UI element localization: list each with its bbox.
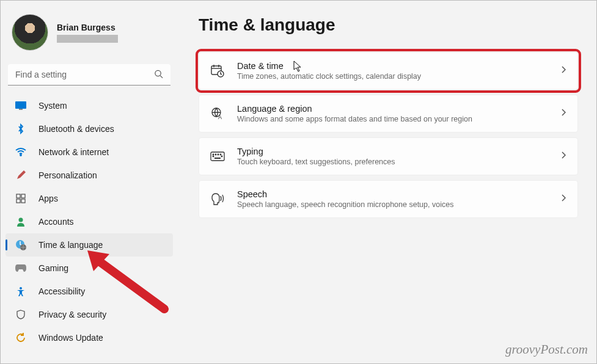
chevron-right-icon xyxy=(560,65,566,76)
sidebar-item-label: Time & language xyxy=(38,240,103,250)
svg-point-9 xyxy=(19,218,23,222)
svg-rect-5 xyxy=(16,194,20,198)
svg-rect-27 xyxy=(214,158,221,159)
svg-text:A: A xyxy=(218,114,222,120)
svg-rect-7 xyxy=(16,199,20,203)
card-title: Date & time xyxy=(237,61,548,71)
avatar xyxy=(12,14,48,51)
svg-rect-8 xyxy=(21,199,25,203)
svg-rect-6 xyxy=(21,194,25,198)
svg-point-22 xyxy=(215,154,216,155)
sidebar: Brian Burgess System Bluetooth & devices… xyxy=(1,1,178,363)
card-description: Speech language, speech recognition micr… xyxy=(237,200,548,209)
svg-point-23 xyxy=(218,154,219,155)
sidebar-item-windows-update[interactable]: Windows Update xyxy=(5,326,173,349)
search-box[interactable] xyxy=(8,64,170,86)
sidebar-item-label: System xyxy=(38,101,67,111)
sidebar-item-bluetooth[interactable]: Bluetooth & devices xyxy=(5,117,173,140)
card-description: Touch keyboard, text suggestions, prefer… xyxy=(237,158,548,166)
svg-point-4 xyxy=(20,155,21,156)
sidebar-item-gaming[interactable]: Gaming xyxy=(5,257,173,280)
svg-line-1 xyxy=(160,75,163,78)
profile[interactable]: Brian Burgess xyxy=(5,10,173,62)
settings-list: Date & time Time zones, automatic clock … xyxy=(199,52,578,220)
system-icon xyxy=(15,100,26,111)
card-title: Speech xyxy=(237,189,548,199)
chevron-right-icon xyxy=(560,151,566,162)
card-date-time[interactable]: Date & time Time zones, automatic clock … xyxy=(199,52,578,90)
card-description: Time zones, automatic clock settings, ca… xyxy=(237,72,548,81)
wifi-icon xyxy=(15,147,26,158)
svg-point-12 xyxy=(20,287,22,289)
keyboard-icon xyxy=(210,149,225,164)
search-icon xyxy=(154,69,163,81)
calendar-clock-icon xyxy=(210,64,225,78)
shield-icon xyxy=(15,309,26,320)
profile-email-redacted xyxy=(57,35,118,43)
sidebar-item-personalization[interactable]: Personalization xyxy=(5,164,173,187)
card-title: Language & region xyxy=(237,104,548,114)
profile-name: Brian Burgess xyxy=(57,23,118,32)
sidebar-item-apps[interactable]: Apps xyxy=(5,187,173,210)
sidebar-item-time-language[interactable]: Time & language xyxy=(5,233,173,257)
svg-point-25 xyxy=(213,156,214,157)
svg-rect-2 xyxy=(15,101,26,109)
sidebar-item-label: Gaming xyxy=(38,263,68,273)
sidebar-item-label: Apps xyxy=(38,194,58,203)
speech-head-icon xyxy=(210,192,225,206)
sidebar-item-label: Windows Update xyxy=(38,333,103,343)
chevron-right-icon xyxy=(560,194,566,205)
sidebar-item-system[interactable]: System xyxy=(5,94,173,117)
update-icon xyxy=(15,332,26,343)
sidebar-item-accessibility[interactable]: Accessibility xyxy=(5,280,173,303)
sidebar-item-privacy[interactable]: Privacy & security xyxy=(5,303,173,326)
card-typing[interactable]: Typing Touch keyboard, text suggestions,… xyxy=(199,137,578,175)
svg-rect-3 xyxy=(19,109,23,110)
apps-icon xyxy=(15,193,26,204)
brush-icon xyxy=(15,170,26,181)
sidebar-item-label: Personalization xyxy=(38,170,97,180)
accessibility-icon xyxy=(15,286,26,297)
sidebar-item-label: Network & internet xyxy=(38,147,109,157)
nav-list: System Bluetooth & devices Network & int… xyxy=(5,94,173,349)
watermark: groovyPost.com xyxy=(505,342,588,357)
sidebar-item-network[interactable]: Network & internet xyxy=(5,140,173,164)
sidebar-item-label: Accounts xyxy=(38,217,74,227)
sidebar-item-accounts[interactable]: Accounts xyxy=(5,210,173,233)
svg-point-26 xyxy=(221,156,222,157)
card-title: Typing xyxy=(237,147,548,156)
bluetooth-icon xyxy=(15,123,26,134)
sidebar-item-label: Accessibility xyxy=(38,286,85,296)
sidebar-item-label: Bluetooth & devices xyxy=(38,124,114,134)
main-panel: Time & language Date & time Time zones, … xyxy=(178,1,596,363)
card-speech[interactable]: Speech Speech language, speech recogniti… xyxy=(199,180,578,218)
sidebar-item-label: Privacy & security xyxy=(38,310,106,319)
page-title: Time & language xyxy=(199,15,578,35)
gamepad-icon xyxy=(15,263,26,274)
globe-text-icon: A xyxy=(210,106,225,121)
clock-globe-icon xyxy=(15,239,26,250)
card-description: Windows and some apps format dates and t… xyxy=(237,115,548,123)
card-language-region[interactable]: A Language & region Windows and some app… xyxy=(199,95,578,133)
svg-point-24 xyxy=(220,154,221,155)
chevron-right-icon xyxy=(560,108,566,119)
svg-point-21 xyxy=(213,154,214,155)
search-input[interactable] xyxy=(8,64,170,86)
person-icon xyxy=(15,216,26,227)
svg-point-0 xyxy=(155,70,161,76)
